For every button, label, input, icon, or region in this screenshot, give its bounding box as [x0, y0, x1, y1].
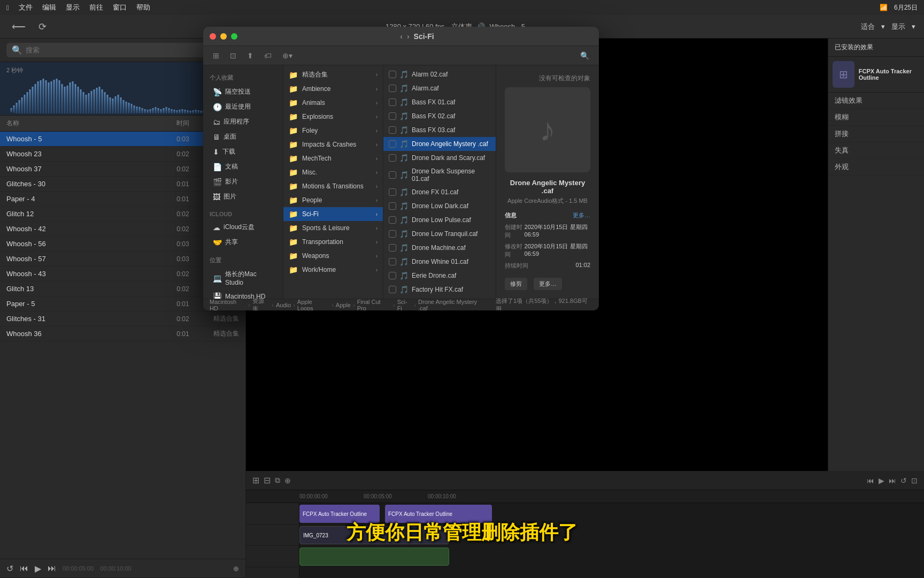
sidebar-item-apps[interactable]: 🗂 应用程序 — [206, 115, 280, 129]
close-button[interactable] — [210, 33, 216, 40]
effect-list-item[interactable]: 失真 — [828, 142, 924, 159]
apple-menu[interactable]:  — [6, 4, 9, 12]
breadcrumb-item-3[interactable]: Apple Loops — [297, 299, 329, 311]
menu-help[interactable]: 帮助 — [136, 3, 150, 12]
finder-file-item[interactable]: 🎵 Alarm 02.caf — [383, 67, 496, 81]
sidebar-item-airdrop[interactable]: 📡 隔空投送 — [206, 85, 280, 99]
finder-category-item[interactable]: 📁 Work/Home › — [283, 263, 383, 277]
menu-view[interactable]: 显示 — [66, 3, 80, 12]
menu-window[interactable]: 窗口 — [113, 3, 127, 12]
transport-loop[interactable]: ↺ — [6, 564, 13, 574]
file-checkbox[interactable] — [389, 126, 396, 134]
sidebar-item-mac-studio[interactable]: 💻 烙长的Mac Studio — [206, 267, 280, 289]
finder-file-item[interactable]: 🎵 Drone FX 01.caf — [383, 185, 496, 199]
timeline-ctrl-btn3[interactable]: ⧉ — [275, 476, 280, 485]
finder-category-item[interactable]: 📁 MechTech › — [283, 151, 383, 165]
file-checkbox[interactable] — [389, 71, 396, 78]
effect-list-item[interactable]: 滤镜效果 — [828, 93, 924, 109]
menu-file[interactable]: 文件 — [19, 3, 33, 12]
timeline-ctrl-right4[interactable]: ↺ — [900, 476, 907, 485]
col-name-header[interactable]: 名称 — [6, 119, 170, 128]
breadcrumb-item-7[interactable]: Drone Angelic Mystery .caf — [418, 299, 487, 311]
finder-file-item[interactable]: 🎵 Drone Low Pulse.caf — [383, 213, 496, 227]
search-btn[interactable]: 🔍 — [577, 50, 592, 62]
timeline-ctrl-btn1[interactable]: ⊞ — [252, 475, 259, 485]
finder-category-item[interactable]: 📁 Explosions › — [283, 110, 383, 124]
file-checkbox[interactable] — [389, 112, 396, 120]
sidebar-item-docs[interactable]: 📄 文稿 — [206, 159, 280, 174]
search-input[interactable] — [26, 46, 234, 54]
col-time-header[interactable]: 时间 — [170, 119, 196, 128]
action-btn[interactable]: ⊕▾ — [279, 50, 296, 62]
audio-file-item[interactable]: Glitches - 31 0:02 精选合集 — [0, 311, 245, 326]
finder-file-item[interactable]: 🎵 Drone Machine.caf — [383, 241, 496, 255]
share-btn[interactable]: ⬆ — [244, 50, 257, 62]
file-checkbox[interactable] — [389, 216, 396, 224]
view-toggle-btn[interactable]: ⊡ — [227, 50, 240, 62]
info-more-link[interactable]: 更多… — [573, 211, 590, 219]
timeline-ctrl-right1[interactable]: ⏮ — [867, 476, 874, 485]
finder-category-item[interactable]: 📁 Weapons › — [283, 249, 383, 263]
breadcrumb-item-1[interactable]: 资源库 — [252, 297, 270, 311]
finder-category-item[interactable]: 📁 Misc. › — [283, 165, 383, 179]
file-checkbox[interactable] — [389, 171, 396, 179]
finder-file-item[interactable]: 🎵 Drone Dark and Scary.caf — [383, 151, 496, 165]
file-checkbox[interactable] — [389, 230, 396, 238]
breadcrumb-item-5[interactable]: Final Cut Pro — [357, 299, 391, 311]
finder-file-item[interactable]: 🎵 Drone Angelic Mystery .caf — [383, 137, 496, 151]
timeline-ctrl-right2[interactable]: ▶ — [879, 476, 884, 485]
more-button[interactable]: 更多… — [534, 278, 562, 290]
file-checkbox[interactable] — [389, 140, 396, 148]
sidebar-item-pictures[interactable]: 🖼 图片 — [206, 189, 280, 204]
tag-btn[interactable]: 🏷 — [261, 50, 275, 62]
timeline-ctrl-btn2[interactable]: ⊟ — [264, 475, 271, 485]
effect-list-item[interactable]: 外观 — [828, 159, 924, 176]
finder-file-item[interactable]: 🎵 Eerie Drone.caf — [383, 269, 496, 283]
add-to-timeline-btn[interactable]: ⊕ — [233, 565, 239, 573]
view-grid-btn[interactable]: ⊞ — [210, 50, 222, 62]
finder-category-item[interactable]: 📁 Foley › — [283, 124, 383, 138]
effect-list-item[interactable]: 拼接 — [828, 126, 924, 142]
forward-nav-icon[interactable]: › — [407, 32, 410, 41]
back-nav-icon[interactable]: ‹ — [400, 32, 403, 41]
finder-category-item[interactable]: 📁 Impacts & Crashes › — [283, 138, 383, 151]
finder-file-item[interactable]: 🎵 Alarm.caf — [383, 81, 496, 95]
display-dropdown-icon[interactable]: ▾ — [912, 22, 915, 31]
finder-file-item[interactable]: 🎵 Bass FX 01.caf — [383, 95, 496, 109]
transport-prev[interactable]: ⏮ — [20, 564, 28, 573]
breadcrumb-item-0[interactable]: Macintosh HD — [210, 299, 246, 311]
sidebar-item-desktop[interactable]: 🖥 桌面 — [206, 130, 280, 144]
back-button[interactable]: ⟵ — [9, 19, 29, 35]
file-checkbox[interactable] — [389, 188, 396, 196]
transport-play[interactable]: ▶ — [35, 564, 41, 574]
clip-block-4[interactable] — [299, 547, 449, 566]
maximize-button[interactable] — [231, 33, 237, 40]
menu-goto[interactable]: 前往 — [89, 3, 103, 12]
finder-file-item[interactable]: 🎵 Bass FX 03.caf — [383, 123, 496, 137]
sidebar-item-recent[interactable]: 🕐 最近使用 — [206, 100, 280, 114]
finder-file-item[interactable]: 🎵 Factory Hit FX.caf — [383, 283, 496, 296]
file-checkbox[interactable] — [389, 202, 396, 210]
breadcrumb-item-4[interactable]: Apple — [336, 302, 351, 308]
finder-category-item[interactable]: 📁 Transportation › — [283, 235, 383, 249]
finder-category-item[interactable]: 📁 Ambience › — [283, 82, 383, 96]
sidebar-item-movies[interactable]: 🎬 影片 — [206, 174, 280, 189]
fit-dropdown-icon[interactable]: ▾ — [881, 22, 885, 31]
finder-category-item[interactable]: 📁 Sci-Fi › — [283, 207, 383, 221]
file-checkbox[interactable] — [389, 258, 396, 265]
finder-file-item[interactable]: 🎵 Drone Low Dark.caf — [383, 199, 496, 213]
finder-file-item[interactable]: 🎵 Drone Dark Suspense 01.caf — [383, 165, 496, 185]
finder-category-item[interactable]: 📁 Motions & Transitions › — [283, 179, 383, 193]
finder-category-item[interactable]: 📁 Animals › — [283, 96, 383, 110]
file-checkbox[interactable] — [389, 244, 396, 252]
timeline-ctrl-btn4[interactable]: ⊕ — [284, 476, 291, 485]
minimize-button[interactable] — [220, 33, 227, 40]
audio-file-item[interactable]: Whoosh 36 0:01 精选合集 — [0, 326, 245, 341]
file-checkbox[interactable] — [389, 98, 396, 106]
sidebar-item-shared[interactable]: 🤝 共享 — [206, 235, 280, 249]
fit-label[interactable]: 适合 — [861, 22, 875, 32]
file-checkbox[interactable] — [389, 272, 396, 279]
breadcrumb-item-2[interactable]: Audio — [276, 302, 291, 308]
timeline-ctrl-right5[interactable]: ⊡ — [911, 476, 918, 485]
finder-file-item[interactable]: 🎵 Bass FX 02.caf — [383, 109, 496, 123]
